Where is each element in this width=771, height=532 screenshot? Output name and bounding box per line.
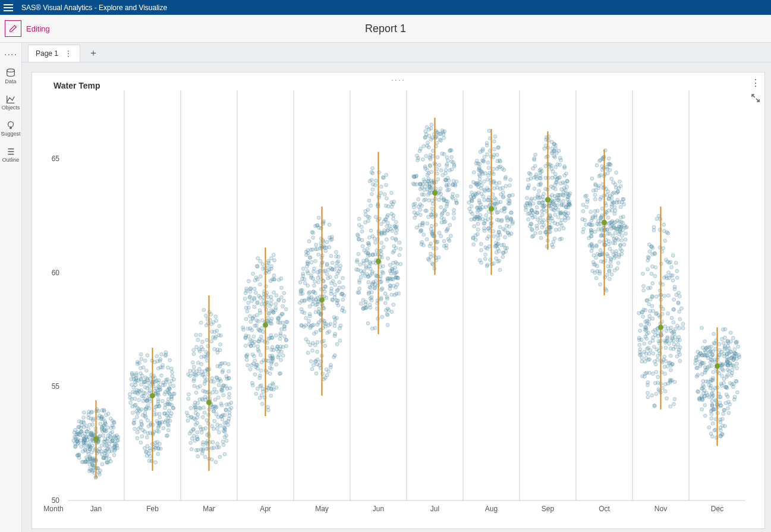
sidebar-item-label: Suggest: [1, 131, 20, 137]
svg-point-1686: [452, 165, 456, 168]
svg-point-2071: [495, 257, 498, 260]
svg-point-534: [165, 378, 168, 382]
svg-point-1393: [357, 252, 360, 256]
sidebar-item-objects[interactable]: Objects: [2, 94, 20, 111]
svg-point-563: [210, 376, 214, 380]
svg-point-213: [114, 436, 118, 440]
svg-point-883: [275, 363, 278, 366]
svg-point-1974: [486, 187, 489, 190]
sidebar-item-outline[interactable]: Outline: [2, 146, 20, 163]
svg-point-2301: [536, 218, 540, 222]
svg-point-1448: [371, 188, 375, 191]
sidebar-item-data[interactable]: Data: [5, 68, 16, 84]
svg-point-2103: [480, 192, 483, 196]
svg-point-3063: [710, 435, 714, 438]
sidebar-item-suggest[interactable]: Suggest: [1, 120, 20, 137]
svg-point-1282: [329, 363, 332, 367]
svg-point-258: [80, 420, 83, 424]
svg-point-1896: [493, 187, 496, 190]
svg-point-2082: [485, 265, 489, 268]
svg-point-2867: [678, 346, 682, 350]
svg-point-1491: [398, 241, 401, 244]
svg-point-2704: [663, 372, 667, 376]
svg-point-2335: [558, 175, 562, 179]
add-tab-button[interactable]: ＋: [86, 45, 100, 62]
svg-point-434: [157, 430, 161, 433]
svg-point-2333: [563, 174, 567, 177]
svg-point-1184: [329, 254, 333, 258]
svg-point-1574: [389, 272, 393, 275]
svg-point-3080: [711, 378, 715, 382]
svg-point-2812: [647, 331, 650, 335]
svg-point-2053: [487, 235, 490, 238]
svg-point-1502: [382, 176, 385, 180]
tab-menu-icon[interactable]: ⋮: [64, 49, 73, 58]
svg-point-240: [77, 425, 81, 429]
svg-point-2185: [550, 147, 554, 150]
svg-point-1446: [366, 247, 369, 251]
svg-point-2090: [476, 217, 480, 221]
svg-point-1292: [333, 354, 336, 357]
svg-point-514: [136, 362, 139, 366]
svg-point-782: [197, 348, 201, 351]
svg-text:50: 50: [52, 496, 60, 505]
sidebar-item-label: Objects: [2, 105, 20, 111]
svg-point-1328: [338, 339, 342, 342]
svg-point-414: [171, 374, 174, 377]
svg-point-3081: [701, 398, 704, 402]
svg-point-1145: [325, 373, 329, 377]
svg-point-3142: [710, 417, 713, 420]
svg-point-1583: [390, 200, 394, 204]
svg-point-1138: [307, 240, 311, 243]
svg-point-2523: [618, 244, 622, 247]
svg-point-2540: [597, 223, 600, 226]
svg-point-526: [166, 434, 169, 437]
edit-button[interactable]: [5, 20, 21, 37]
svg-point-1047: [261, 267, 265, 270]
svg-point-2339: [567, 193, 571, 197]
svg-point-1824: [445, 247, 448, 250]
chart-plot[interactable]: 50556065MonthJanFebMarAprMayJunJulAugSep…: [32, 73, 763, 524]
svg-point-1496: [373, 253, 377, 256]
tab-page-1[interactable]: Page 1 ⋮: [28, 45, 80, 62]
svg-point-2685: [678, 317, 682, 321]
svg-point-1547: [394, 285, 398, 289]
svg-point-725: [201, 449, 204, 452]
svg-point-2620: [613, 269, 616, 272]
svg-point-1818: [422, 233, 426, 237]
svg-point-1278: [329, 281, 333, 285]
svg-point-1321: [324, 322, 328, 326]
svg-point-1549: [392, 244, 396, 248]
svg-point-2349: [556, 199, 560, 202]
svg-point-663: [215, 391, 218, 394]
svg-point-1166: [310, 260, 313, 264]
svg-point-3127: [719, 395, 722, 399]
svg-point-897: [283, 335, 287, 338]
svg-point-3129: [701, 383, 705, 387]
svg-point-394: [166, 398, 170, 401]
svg-point-246: [107, 442, 111, 446]
svg-point-1486: [365, 258, 369, 262]
svg-point-1810: [413, 175, 416, 178]
svg-point-516: [166, 402, 169, 406]
menu-icon[interactable]: [4, 4, 13, 11]
svg-point-259: [77, 456, 81, 459]
svg-point-846: [274, 302, 278, 306]
svg-point-2086: [472, 243, 476, 246]
svg-point-523: [161, 366, 164, 369]
svg-point-1055: [247, 279, 250, 283]
svg-point-1822: [423, 185, 427, 188]
svg-point-1840: [442, 209, 446, 213]
svg-point-2054: [506, 219, 509, 222]
svg-point-2631: [647, 303, 651, 306]
svg-point-1553: [395, 228, 399, 232]
svg-point-2069: [509, 218, 513, 222]
svg-point-428: [153, 413, 156, 416]
svg-point-986: [253, 297, 256, 301]
sidebar-more[interactable]: ····: [4, 51, 17, 58]
svg-point-2883: [671, 274, 674, 278]
svg-point-1327: [311, 341, 314, 345]
svg-point-2714: [672, 402, 676, 406]
svg-point-427: [136, 430, 139, 434]
svg-point-1741: [421, 221, 424, 225]
